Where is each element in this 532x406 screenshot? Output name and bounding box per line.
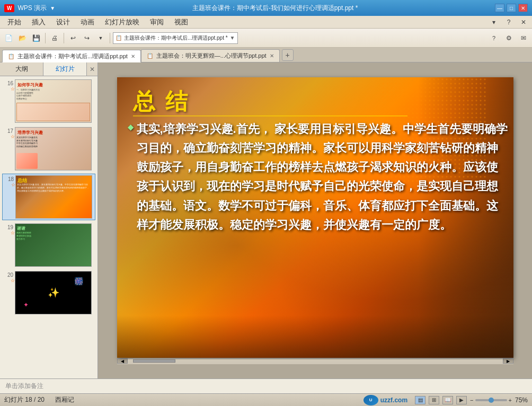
wps-label: WPS 演示 bbox=[17, 4, 47, 13]
tab-1-icon: 📋 bbox=[8, 53, 14, 59]
sidebar-tab-outline[interactable]: 大纲 bbox=[0, 62, 43, 76]
file-path-text: 主题班会课件：期中考试后...理调适ppt.ppt * bbox=[124, 34, 228, 42]
slide-num-20: 20 bbox=[4, 271, 15, 278]
help-btn[interactable]: ? bbox=[502, 16, 515, 29]
toolbar-right: ? ⚙ ✉ bbox=[487, 32, 530, 44]
close-button[interactable]: ✕ bbox=[518, 4, 528, 12]
slide-item-18[interactable]: 18 ☆ 总结 其实,培养学习兴趣.首先，家长要用目标引导兴趣。中学生首先要明确… bbox=[2, 174, 95, 220]
file-tab-icon: 📋 bbox=[116, 35, 122, 41]
tab-2-label: 主题班会：明天更辉煌—...心理调节ppt.ppt bbox=[156, 52, 267, 60]
slide-thumb-19[interactable]: 谢谢 感谢大家的聆听 希望同学们加油 努力学习 bbox=[15, 223, 92, 267]
scroll-right-btn[interactable]: ▶ bbox=[503, 358, 513, 364]
uzzf-area: U uzzf.com bbox=[363, 395, 407, 405]
file-path-arrow[interactable]: ▼ bbox=[230, 35, 235, 41]
title-bar: W WPS 演示 ▼ 主题班会课件：期中考试后-我们如何进行心理调适ppt.pp… bbox=[0, 0, 532, 16]
title-bar-left: W WPS 演示 ▼ bbox=[4, 4, 55, 13]
sidebar: 大纲 幻灯片 ✕ 16 ☆ 如何学习兴趣 一、培养学习兴趣的方法 认识学习的重要… bbox=[0, 62, 98, 378]
zoom-track[interactable] bbox=[475, 399, 507, 401]
reading-view-btn[interactable]: 📖 bbox=[442, 396, 453, 404]
zoom-level[interactable]: 75% bbox=[515, 396, 528, 404]
tab-1[interactable]: 📋 主题班会课件：期中考试后...理调适ppt.ppt ✕ bbox=[2, 50, 141, 62]
slide-thumb-20[interactable]: ✨ 🎆 ✦ bbox=[15, 271, 92, 314]
redo-btn[interactable]: ↪ bbox=[81, 32, 93, 44]
help-arrow-btn[interactable]: ▾ bbox=[487, 16, 500, 29]
feedback-btn[interactable]: ✉ bbox=[517, 32, 530, 44]
slide-star-18: ☆ bbox=[11, 182, 15, 187]
sidebar-close-btn[interactable]: ✕ bbox=[87, 62, 97, 76]
slide-info: 幻灯片 18 / 20 bbox=[4, 395, 45, 404]
slide-thumb-17[interactable]: 培养学习兴趣 其实培养学习兴趣首先 家长要用目标引导兴趣 中学生首先要明确学习 … bbox=[15, 127, 92, 170]
content-area: 总 结 ◆ 其实,培养学习兴趣.首先， 家长要用目标引导兴趣。中学生首先要明确学… bbox=[98, 62, 532, 378]
title-underline bbox=[133, 115, 407, 116]
sidebar-tabs: 大纲 幻灯片 ✕ bbox=[0, 62, 97, 76]
zoom-out-btn[interactable]: − bbox=[470, 397, 473, 403]
slide-item-19[interactable]: 19 ☆ 谢谢 感谢大家的聆听 希望同学们加油 努力学习 bbox=[2, 222, 95, 268]
zoom-in-btn[interactable]: + bbox=[509, 397, 512, 403]
slide-star-17: ☆ bbox=[11, 134, 15, 139]
menu-start[interactable]: 开始 bbox=[2, 16, 26, 28]
grid-view-btn[interactable]: ⊞ bbox=[429, 396, 439, 404]
settings-btn[interactable]: ⚙ bbox=[502, 32, 515, 44]
window-controls: — □ ✕ bbox=[495, 4, 528, 12]
undo-arrow[interactable]: ▼ bbox=[94, 32, 107, 44]
notes-placeholder[interactable]: 单击添加备注 bbox=[5, 382, 43, 391]
slide-item-16[interactable]: 16 ☆ 如何学习兴趣 一、培养学习兴趣的方法 认识学习的重要性 让孩子感受成功… bbox=[2, 78, 95, 124]
toolbar-sep-1 bbox=[45, 33, 46, 43]
file-path-display: 📋 主题班会课件：期中考试后...理调适ppt.ppt * ▼ bbox=[113, 32, 238, 44]
wps-logo: W bbox=[4, 4, 14, 12]
normal-view-btn[interactable]: ▤ bbox=[415, 396, 425, 404]
scroll-track bbox=[128, 359, 503, 363]
toolbar: 📄 📂 💾 🖨 ↩ ↪ ▼ 📋 主题班会课件：期中考试后...理调适ppt.pp… bbox=[0, 29, 532, 48]
slide-list: 16 ☆ 如何学习兴趣 一、培养学习兴趣的方法 认识学习的重要性 让孩子感受成功… bbox=[0, 76, 97, 378]
menu-animation[interactable]: 动画 bbox=[75, 16, 100, 28]
horizontal-scrollbar[interactable]: ◀ ▶ bbox=[117, 358, 513, 364]
bullet-icon: ◆ bbox=[128, 121, 134, 133]
tab-2-icon: 📋 bbox=[147, 53, 153, 59]
status-right: U uzzf.com ▤ ⊞ 📖 ▶ − + 75% bbox=[363, 395, 528, 405]
zoom-thumb[interactable] bbox=[489, 398, 494, 403]
save-btn[interactable]: 💾 bbox=[30, 32, 42, 44]
slide-num-19: 19 bbox=[4, 223, 15, 230]
tab-2-close[interactable]: ✕ bbox=[270, 53, 274, 59]
undo-btn[interactable]: ↩ bbox=[67, 32, 79, 44]
scroll-left-btn[interactable]: ◀ bbox=[117, 358, 128, 364]
menu-close-btn[interactable]: ✕ bbox=[517, 16, 530, 29]
open-btn[interactable]: 📂 bbox=[16, 32, 29, 44]
status-bar: 幻灯片 18 / 20 西厢记 U uzzf.com ▤ ⊞ 📖 ▶ − + 7… bbox=[0, 393, 532, 406]
slide-star-19: ☆ bbox=[11, 230, 15, 236]
wps-dropdown-arrow[interactable]: ▼ bbox=[50, 5, 55, 11]
slide-canvas: 总 结 ◆ 其实,培养学习兴趣.首先， 家长要用目标引导兴趣。中学生首先要明确学… bbox=[117, 77, 513, 358]
tab-1-close[interactable]: ✕ bbox=[131, 53, 135, 59]
notes-area[interactable]: 单击添加备注 bbox=[0, 378, 532, 393]
content-text: 其实,培养学习兴趣.首先， 家长要用目标引导兴趣。中学生首先要明确学习目的，确立… bbox=[137, 120, 508, 235]
toolbar-sep-2 bbox=[64, 33, 64, 43]
menu-insert[interactable]: 插入 bbox=[26, 16, 51, 28]
scroll-thumb[interactable] bbox=[133, 359, 175, 363]
menu-slideshow[interactable]: 幻灯片放映 bbox=[100, 16, 145, 28]
theme-name: 西厢记 bbox=[55, 395, 74, 404]
print-btn[interactable]: 🖨 bbox=[48, 32, 61, 44]
slide-num-17: 17 bbox=[4, 127, 15, 134]
menu-review[interactable]: 审阅 bbox=[145, 16, 169, 28]
slide-title: 总 结 bbox=[133, 87, 190, 116]
slide-item-20[interactable]: 20 ☆ ✨ 🎆 ✦ bbox=[2, 270, 95, 315]
tab-2[interactable]: 📋 主题班会：明天更辉煌—...心理调节ppt.ppt ✕ bbox=[141, 49, 280, 62]
menu-bar: 开始 插入 设计 动画 幻灯片放映 审阅 视图 ▾ ? ✕ bbox=[0, 16, 532, 29]
slide-item-17[interactable]: 17 ☆ 培养学习兴趣 其实培养学习兴趣首先 家长要用目标引导兴趣 中学生首先要… bbox=[2, 126, 95, 172]
minimize-button[interactable]: — bbox=[495, 4, 504, 12]
help-icon-btn[interactable]: ? bbox=[487, 32, 500, 44]
menu-view[interactable]: 视图 bbox=[169, 16, 193, 28]
uzzf-text: uzzf.com bbox=[380, 396, 407, 404]
toolbar-sep-3 bbox=[110, 33, 110, 43]
slide-star-20: ☆ bbox=[11, 278, 15, 283]
menu-design[interactable]: 设计 bbox=[51, 16, 75, 28]
new-tab-button[interactable]: + bbox=[282, 49, 294, 61]
slide-thumb-16[interactable]: 如何学习兴趣 一、培养学习兴趣的方法 认识学习的重要性 让孩子感受成功 培养好奇… bbox=[15, 79, 92, 123]
uzzf-icon: U bbox=[363, 395, 378, 405]
sidebar-tab-slides[interactable]: 幻灯片 bbox=[43, 62, 87, 76]
slide-thumb-18[interactable]: 总结 其实,培养学习兴趣.首先，家长要用目标引导兴趣。中学生首先要明确学习目的，… bbox=[15, 175, 92, 219]
maximize-button[interactable]: □ bbox=[507, 4, 516, 12]
slideshow-view-btn[interactable]: ▶ bbox=[456, 396, 467, 404]
zoom-control[interactable]: − + bbox=[470, 397, 512, 403]
new-btn[interactable]: 📄 bbox=[2, 32, 15, 44]
